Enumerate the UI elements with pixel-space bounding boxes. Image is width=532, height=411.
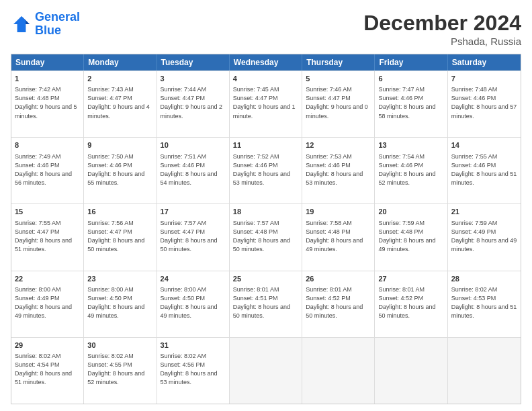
logo: General Blue <box>11 11 80 38</box>
cell-dec-8: 8 Sunrise: 7:49 AMSunset: 4:46 PMDayligh… <box>11 138 84 203</box>
cell-dec-10: 10 Sunrise: 7:51 AMSunset: 4:46 PMDaylig… <box>157 138 230 203</box>
cell-info: Sunrise: 7:54 AMSunset: 4:46 PMDaylight:… <box>378 152 443 187</box>
day-number: 14 <box>451 140 517 150</box>
header-thursday: Thursday <box>302 54 375 71</box>
day-number: 4 <box>233 74 298 84</box>
day-number: 7 <box>451 74 517 84</box>
day-number: 18 <box>233 207 298 217</box>
cell-dec-2: 2 Sunrise: 7:43 AMSunset: 4:47 PMDayligh… <box>84 71 157 137</box>
cell-info: Sunrise: 8:02 AMSunset: 4:55 PMDaylight:… <box>87 352 152 387</box>
header-sunday: Sunday <box>11 54 84 71</box>
day-number: 10 <box>161 140 226 150</box>
subtitle: Pshada, Russia <box>363 36 521 47</box>
cell-info: Sunrise: 8:02 AMSunset: 4:54 PMDaylight:… <box>15 352 80 387</box>
header-wednesday: Wednesday <box>230 54 302 71</box>
day-number: 5 <box>306 74 371 84</box>
cell-dec-31: 31 Sunrise: 8:02 AMSunset: 4:56 PMDaylig… <box>157 338 230 404</box>
day-number: 1 <box>15 74 80 84</box>
cell-info: Sunrise: 7:43 AMSunset: 4:47 PMDaylight:… <box>87 85 152 120</box>
cell-info: Sunrise: 7:57 AMSunset: 4:48 PMDaylight:… <box>233 219 298 254</box>
logo-icon <box>11 13 32 35</box>
cell-info: Sunrise: 7:59 AMSunset: 4:48 PMDaylight:… <box>378 219 443 254</box>
week-row-1: 1 Sunrise: 7:42 AMSunset: 4:48 PMDayligh… <box>11 71 521 137</box>
cell-dec-21: 21 Sunrise: 7:59 AMSunset: 4:49 PMDaylig… <box>448 204 521 270</box>
day-number: 31 <box>161 340 226 351</box>
cell-info: Sunrise: 7:47 AMSunset: 4:46 PMDaylight:… <box>378 85 443 120</box>
cell-dec-5: 5 Sunrise: 7:46 AMSunset: 4:47 PMDayligh… <box>302 71 375 137</box>
cell-dec-15: 15 Sunrise: 7:55 AMSunset: 4:47 PMDaylig… <box>11 204 84 270</box>
day-number: 26 <box>306 274 371 284</box>
week-row-5: 29 Sunrise: 8:02 AMSunset: 4:54 PMDaylig… <box>11 337 521 404</box>
cell-info: Sunrise: 8:00 AMSunset: 4:50 PMDaylight:… <box>161 285 226 320</box>
day-number: 12 <box>306 140 371 150</box>
cell-info: Sunrise: 8:01 AMSunset: 4:51 PMDaylight:… <box>233 285 298 320</box>
day-number: 6 <box>378 74 443 84</box>
header-monday: Monday <box>84 54 157 71</box>
day-number: 9 <box>87 140 152 150</box>
cell-dec-17: 17 Sunrise: 7:57 AMSunset: 4:47 PMDaylig… <box>157 204 230 270</box>
cell-info: Sunrise: 7:44 AMSunset: 4:47 PMDaylight:… <box>161 85 226 120</box>
cell-dec-4: 4 Sunrise: 7:45 AMSunset: 4:47 PMDayligh… <box>230 71 302 137</box>
cell-info: Sunrise: 7:50 AMSunset: 4:46 PMDaylight:… <box>87 152 152 187</box>
cell-dec-24: 24 Sunrise: 8:00 AMSunset: 4:50 PMDaylig… <box>157 271 230 337</box>
day-number: 8 <box>15 140 80 150</box>
cell-info: Sunrise: 7:57 AMSunset: 4:47 PMDaylight:… <box>161 219 226 254</box>
cell-info: Sunrise: 7:55 AMSunset: 4:47 PMDaylight:… <box>15 219 80 254</box>
cell-info: Sunrise: 7:52 AMSunset: 4:46 PMDaylight:… <box>233 152 298 187</box>
day-number: 2 <box>87 74 152 84</box>
cell-dec-30: 30 Sunrise: 8:02 AMSunset: 4:55 PMDaylig… <box>84 338 157 404</box>
cell-info: Sunrise: 8:01 AMSunset: 4:52 PMDaylight:… <box>378 285 443 320</box>
cell-dec-19: 19 Sunrise: 7:58 AMSunset: 4:48 PMDaylig… <box>302 204 375 270</box>
title-block: December 2024 Pshada, Russia <box>363 11 521 47</box>
calendar: Sunday Monday Tuesday Wednesday Thursday… <box>11 54 521 404</box>
header-saturday: Saturday <box>448 54 521 71</box>
week-row-4: 22 Sunrise: 8:00 AMSunset: 4:49 PMDaylig… <box>11 271 521 337</box>
cell-dec-26: 26 Sunrise: 8:01 AMSunset: 4:52 PMDaylig… <box>302 271 375 337</box>
cell-info: Sunrise: 8:02 AMSunset: 4:56 PMDaylight:… <box>161 352 226 387</box>
cell-dec-23: 23 Sunrise: 8:00 AMSunset: 4:50 PMDaylig… <box>84 271 157 337</box>
cell-info: Sunrise: 7:55 AMSunset: 4:46 PMDaylight:… <box>451 152 517 187</box>
day-number: 24 <box>161 274 226 284</box>
cell-empty-1 <box>230 338 302 404</box>
cell-info: Sunrise: 8:00 AMSunset: 4:49 PMDaylight:… <box>15 285 80 320</box>
day-number: 17 <box>161 207 226 217</box>
cell-empty-2 <box>302 338 375 404</box>
cell-info: Sunrise: 8:01 AMSunset: 4:52 PMDaylight:… <box>306 285 371 320</box>
cell-info: Sunrise: 7:48 AMSunset: 4:46 PMDaylight:… <box>451 85 517 120</box>
cell-empty-4 <box>448 338 521 404</box>
calendar-header: Sunday Monday Tuesday Wednesday Thursday… <box>11 54 521 71</box>
day-number: 22 <box>15 274 80 284</box>
day-number: 20 <box>378 207 443 217</box>
cell-info: Sunrise: 8:02 AMSunset: 4:53 PMDaylight:… <box>451 285 517 320</box>
cell-info: Sunrise: 7:46 AMSunset: 4:47 PMDaylight:… <box>306 85 371 120</box>
day-number: 30 <box>87 340 152 351</box>
cell-dec-12: 12 Sunrise: 7:53 AMSunset: 4:46 PMDaylig… <box>302 138 375 203</box>
week-row-3: 15 Sunrise: 7:55 AMSunset: 4:47 PMDaylig… <box>11 203 521 270</box>
cell-info: Sunrise: 7:42 AMSunset: 4:48 PMDaylight:… <box>15 85 80 120</box>
cell-info: Sunrise: 7:56 AMSunset: 4:47 PMDaylight:… <box>87 219 152 254</box>
cell-info: Sunrise: 7:45 AMSunset: 4:47 PMDaylight:… <box>233 85 298 120</box>
cell-info: Sunrise: 7:53 AMSunset: 4:46 PMDaylight:… <box>306 152 371 187</box>
header-friday: Friday <box>375 54 447 71</box>
day-number: 21 <box>451 207 517 217</box>
cell-dec-16: 16 Sunrise: 7:56 AMSunset: 4:47 PMDaylig… <box>84 204 157 270</box>
cell-info: Sunrise: 7:51 AMSunset: 4:46 PMDaylight:… <box>161 152 226 187</box>
cell-info: Sunrise: 7:58 AMSunset: 4:48 PMDaylight:… <box>306 219 371 254</box>
cell-info: Sunrise: 7:59 AMSunset: 4:49 PMDaylight:… <box>451 219 517 254</box>
cell-dec-18: 18 Sunrise: 7:57 AMSunset: 4:48 PMDaylig… <box>230 204 302 270</box>
cell-info: Sunrise: 7:49 AMSunset: 4:46 PMDaylight:… <box>15 152 80 187</box>
day-number: 19 <box>306 207 371 217</box>
cell-empty-3 <box>375 338 447 404</box>
day-number: 29 <box>15 340 80 351</box>
cell-dec-28: 28 Sunrise: 8:02 AMSunset: 4:53 PMDaylig… <box>448 271 521 337</box>
week-row-2: 8 Sunrise: 7:49 AMSunset: 4:46 PMDayligh… <box>11 137 521 203</box>
calendar-body: 1 Sunrise: 7:42 AMSunset: 4:48 PMDayligh… <box>11 71 521 404</box>
cell-info: Sunrise: 8:00 AMSunset: 4:50 PMDaylight:… <box>87 285 152 320</box>
cell-dec-1: 1 Sunrise: 7:42 AMSunset: 4:48 PMDayligh… <box>11 71 84 137</box>
cell-dec-14: 14 Sunrise: 7:55 AMSunset: 4:46 PMDaylig… <box>448 138 521 203</box>
day-number: 25 <box>233 274 298 284</box>
cell-dec-9: 9 Sunrise: 7:50 AMSunset: 4:46 PMDayligh… <box>84 138 157 203</box>
cell-dec-20: 20 Sunrise: 7:59 AMSunset: 4:48 PMDaylig… <box>375 204 447 270</box>
day-number: 13 <box>378 140 443 150</box>
day-number: 16 <box>87 207 152 217</box>
